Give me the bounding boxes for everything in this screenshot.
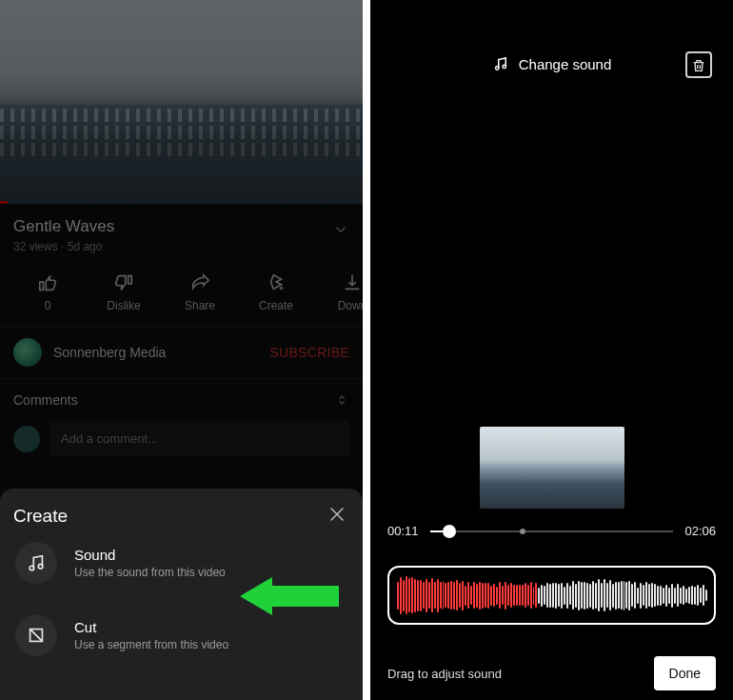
channel-name: Sonnenberg Media <box>53 345 269 360</box>
sheet-item-title: Cut <box>74 619 228 635</box>
comments-header[interactable]: Comments <box>0 379 363 421</box>
svg-line-5 <box>30 630 43 642</box>
done-button[interactable]: Done <box>654 656 716 690</box>
svg-point-7 <box>503 65 505 68</box>
video-watch-screen: Gentle Waves 32 views · 5d ago 0 Dislike… <box>0 0 363 700</box>
sheet-title: Create <box>13 506 349 527</box>
time-total: 02:06 <box>684 524 716 538</box>
video-preview-thumbnail <box>480 427 624 509</box>
svg-point-6 <box>495 67 498 70</box>
download-button[interactable]: Down <box>314 272 363 312</box>
create-button[interactable]: Create <box>238 272 314 312</box>
subscribe-button[interactable]: SUBSCRIBE <box>269 345 349 360</box>
timeline-handle[interactable] <box>443 525 456 538</box>
time-current: 00:11 <box>387 524 419 538</box>
dislike-button[interactable]: Dislike <box>86 272 162 312</box>
user-avatar[interactable] <box>13 426 40 452</box>
timeline-track[interactable] <box>430 530 674 532</box>
music-note-icon <box>15 542 57 584</box>
video-title: Gentle Waves <box>13 217 349 236</box>
svg-point-3 <box>38 564 43 569</box>
delete-sound-button[interactable] <box>685 51 712 78</box>
sort-comments-icon[interactable] <box>334 392 349 408</box>
music-note-icon <box>492 55 509 72</box>
change-sound-button[interactable]: Change sound <box>492 55 612 72</box>
sheet-item-desc: Use the sound from this video <box>74 566 226 579</box>
like-button[interactable]: 0 <box>10 272 86 312</box>
action-bar: 0 Dislike Share Create Down <box>0 259 363 326</box>
add-comment-input[interactable]: Add a comment... <box>50 421 349 456</box>
timeline: 00:11 02:06 <box>387 524 716 538</box>
expand-description-icon[interactable] <box>332 221 349 238</box>
sheet-item-desc: Use a segment from this video <box>74 638 228 651</box>
sheet-item-title: Sound <box>74 547 226 563</box>
share-button[interactable]: Share <box>162 272 238 312</box>
video-player[interactable] <box>0 0 363 204</box>
sound-editor-screen: Change sound 00:11 02:06 Drag to adjust … <box>370 0 733 700</box>
video-meta: 32 views · 5d ago <box>13 240 349 253</box>
channel-avatar[interactable] <box>13 338 42 367</box>
cut-icon <box>15 614 57 656</box>
svg-point-2 <box>30 566 34 570</box>
drag-hint: Drag to adjust sound <box>387 667 502 681</box>
annotation-arrow <box>240 577 339 615</box>
waveform-selector[interactable] <box>387 566 716 625</box>
close-sheet-button[interactable] <box>327 504 347 525</box>
channel-row[interactable]: Sonnenberg Media SUBSCRIBE <box>0 326 363 379</box>
